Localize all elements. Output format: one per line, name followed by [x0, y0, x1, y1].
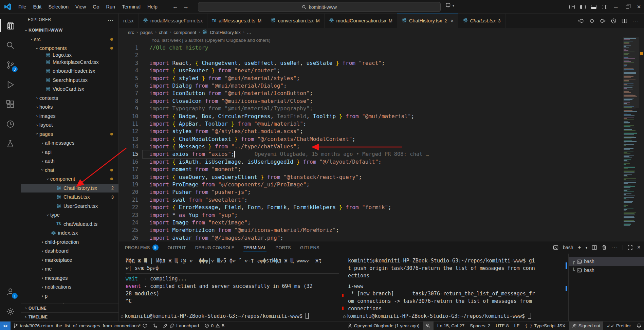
git-branch-item[interactable]: task/3076-return_the_list_of_messages_fr… — [11, 322, 150, 330]
code-line-19[interactable]: 19import ProImage from "@/components/_ui… — [119, 181, 644, 188]
split-terminal-icon[interactable] — [592, 245, 597, 250]
code-line-4[interactable]: 4import { useRouter } from "next/router"… — [119, 67, 644, 74]
sidebar-section-outline[interactable]: ›OUTLINE — [21, 304, 118, 312]
gitlens-authors-lens[interactable]: You, last week | 6 authors (Opeyemi Olug… — [151, 37, 644, 44]
tree-item-videocard-tsx[interactable]: VideoCard.tsx — [21, 85, 118, 94]
zoom-status-item[interactable] — [423, 322, 434, 330]
menu-terminal[interactable]: Terminal — [118, 2, 144, 11]
menu-view[interactable]: View — [72, 2, 89, 11]
breadcrumb-tail[interactable]: … — [247, 30, 252, 35]
tab-conversation-tsx[interactable]: conversation.tsxM — [266, 14, 325, 28]
tree-item-type[interactable]: ›type — [21, 210, 118, 220]
tree-item-onboardheader-tsx[interactable]: onboardHeader.tsx — [21, 67, 118, 76]
restore-button[interactable] — [622, 0, 632, 14]
tree-item-usersearch-tsx[interactable]: UserSearch.tsx — [21, 202, 118, 211]
panel-more-icon[interactable]: ··· — [611, 245, 618, 250]
code-line-9[interactable]: 9import Typography from "@mui/material/T… — [119, 105, 644, 112]
language-mode-item[interactable]: { } TypeScript JSX — [522, 322, 568, 330]
menu-file[interactable]: File — [15, 2, 30, 11]
panel-tab-terminal[interactable]: TERMINAL — [243, 241, 266, 254]
terminal-list-item[interactable]: ┌bash — [569, 257, 644, 266]
open-next-change-icon[interactable] — [600, 18, 606, 24]
close-panel-icon[interactable]: × — [637, 244, 641, 251]
breadcrumb-file[interactable]: ChatHistory.tsx — [210, 30, 241, 35]
terminal-pane-right[interactable]: kominiti@kominiti-HP-ZBook-Studio-G3:~/r… — [341, 254, 569, 321]
open-changes-icon[interactable] — [589, 18, 595, 24]
timeline-history-icon[interactable] — [611, 18, 617, 24]
problems-item[interactable]: 0 5 — [202, 322, 227, 330]
breadcrumb-item[interactable]: src — [128, 30, 134, 35]
activity-source-control-icon[interactable]: 3 — [0, 55, 21, 75]
tree-item-hooks[interactable]: ›hooks — [21, 103, 118, 112]
activity-accounts-icon[interactable]: 1 — [0, 282, 21, 301]
activity-search-icon[interactable] — [0, 35, 21, 55]
code-line-11[interactable]: 11import { AppBar, Toolbar } from "@mui/… — [119, 120, 644, 128]
cursor-position-item[interactable]: Ln 15, Col 27 — [435, 322, 467, 330]
tab-chathistory-tsx[interactable]: ChatHistory.tsx2× — [397, 14, 458, 28]
tab-chatlist-tsx[interactable]: ChatList.tsx3 — [458, 14, 505, 28]
tree-item-chatlist-tsx[interactable]: ChatList.tsx3 — [21, 192, 118, 202]
breadcrumb-item[interactable]: pages — [140, 30, 153, 35]
tree-item-searchinput-tsx[interactable]: SearchInput.tsx — [21, 76, 118, 85]
code-line-5[interactable]: 5import { styled } from "@mui/material/s… — [119, 75, 644, 82]
tree-item-index-tsx[interactable]: index.tsx — [21, 228, 118, 238]
toggle-sidebar-icon[interactable] — [580, 5, 586, 9]
nav-forward-icon[interactable]: → — [183, 3, 189, 10]
terminal-list-item[interactable]: └bash — [569, 266, 644, 275]
tree-item-layout[interactable]: ›layout — [21, 121, 118, 130]
tree-item-all-messages[interactable]: ›all-messages — [21, 139, 118, 148]
code-line-18[interactable]: 18import { useQuery, useQueryClient } fr… — [119, 173, 644, 181]
menu-edit[interactable]: Edit — [30, 2, 45, 11]
activity-history-icon[interactable] — [0, 114, 21, 134]
notifications-item[interactable] — [634, 322, 644, 330]
tree-item-kominiti-www[interactable]: ›KOMINITI-WWW — [21, 26, 118, 35]
toggle-panel-icon[interactable] — [591, 5, 596, 9]
split-editor-icon[interactable] — [622, 18, 627, 24]
breadcrumb-item[interactable]: component — [173, 30, 196, 35]
open-previous-change-icon[interactable] — [578, 18, 584, 24]
customize-layout-icon[interactable] — [569, 5, 575, 9]
tree-item-chat[interactable]: ›chat — [21, 166, 118, 175]
launchpad-item[interactable]: Launchpad — [160, 322, 202, 330]
tree-item-component[interactable]: ›component — [21, 175, 118, 184]
new-terminal-icon[interactable]: + — [578, 244, 582, 251]
code-line-22[interactable]: 22import { ErrorMessage, Field, Form, Fo… — [119, 204, 644, 211]
remote-indicator[interactable]: >< — [0, 322, 11, 330]
code-line-16[interactable]: 16import { isAuth, isUserImage, isUserLo… — [119, 158, 644, 166]
tree-item-images[interactable]: ›images — [21, 112, 118, 121]
code-line-15[interactable]: 15import axios from "axios";Opeyemi Olug… — [119, 150, 644, 158]
tree-item-me[interactable]: ›me — [21, 264, 118, 274]
signed-out-item[interactable]: Signed out — [569, 322, 603, 330]
menu-help[interactable]: Help — [144, 2, 161, 11]
tree-item-p[interactable]: ›p — [21, 292, 118, 301]
blame-item[interactable]: Opeyemi Olugbade (1 year ago) — [345, 322, 422, 330]
profile-dropdown-icon[interactable]: ▾ — [586, 246, 587, 250]
code-line-7[interactable]: 7import IconButton from "@mui/material/I… — [119, 90, 644, 97]
tree-item-child-protection[interactable]: ›child-protection — [21, 238, 118, 247]
tree-item-dashboard[interactable]: ›dashboard — [21, 246, 118, 256]
terminal-profile-label[interactable]: bash — [563, 245, 573, 250]
terminal-pane-left[interactable]: Ифд ж Щ | Ифд ж Щ ≀ѯ≀ ѵ ффѱ|ѵ Щѵ5 фѵ ″ ѵ… — [119, 254, 341, 321]
tree-item-auth[interactable]: ›auth — [21, 157, 118, 166]
menu-go[interactable]: Go — [89, 2, 103, 11]
activity-settings-icon[interactable] — [0, 301, 21, 321]
code-line-17[interactable]: 17import moment from "moment"; — [119, 166, 644, 173]
code-line-6[interactable]: 6import Dialog from "@mui/material/Dialo… — [119, 82, 644, 90]
encoding-item[interactable]: UTF-8 — [493, 322, 511, 330]
code-line-1[interactable]: 1//Old chat history — [119, 44, 644, 52]
tree-item-chatvalues-d-ts[interactable]: TSchatValues.d.ts — [21, 220, 118, 229]
tree-item-messages[interactable]: ›messages — [21, 274, 118, 283]
tree-item-marketplace[interactable]: ›marketplace — [21, 256, 118, 265]
code-line-20[interactable]: 20import Pusher from "pusher-js"; — [119, 188, 644, 196]
tab-modalconversation-tsx[interactable]: modalConversation.tsxM — [325, 14, 397, 28]
tree-item-pages[interactable]: ›pages — [21, 130, 118, 139]
code-line-21[interactable]: 21import swal from "sweetalert"; — [119, 196, 644, 204]
breadcrumb-item[interactable]: chat — [159, 30, 168, 35]
menu-selection[interactable]: Selection — [45, 2, 72, 11]
code-line-8[interactable]: 8import CloseIcon from "@mui/icons-mater… — [119, 97, 644, 105]
tree-item-api[interactable]: ›api — [21, 148, 118, 157]
minimap[interactable] — [623, 37, 639, 240]
eol-item[interactable]: LF — [512, 322, 522, 330]
panel-tab-output[interactable]: OUTPUT — [168, 241, 186, 254]
panel-tab-ports[interactable]: PORTS — [276, 241, 291, 254]
